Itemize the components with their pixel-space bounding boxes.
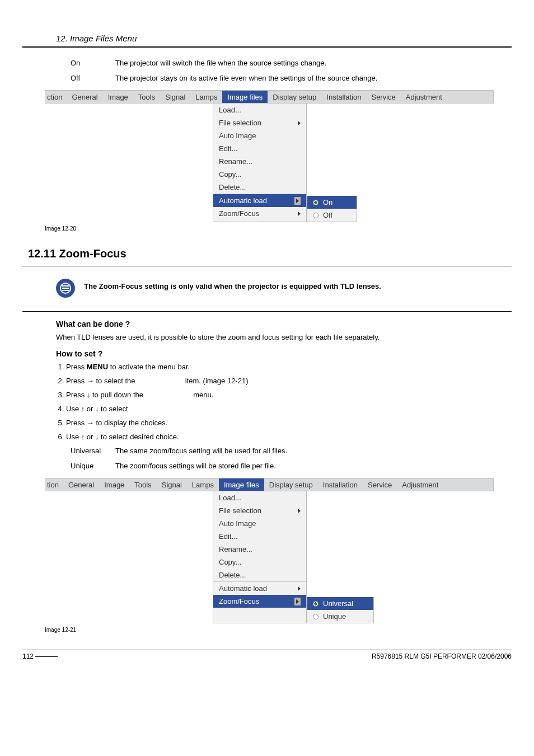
- menubar-item: General: [67, 93, 102, 101]
- menubar-item: Installation: [321, 93, 366, 101]
- dropdown-item: Delete...: [213, 569, 306, 581]
- menubar-item: Lamps: [190, 93, 222, 101]
- screenshot-12-21: tion General Image Tools Signal Lamps Im…: [45, 478, 494, 633]
- subhead-what: What can be done ?: [56, 320, 512, 328]
- chevron-right-icon: [298, 509, 301, 513]
- dropdown-item: File selection: [213, 116, 306, 129]
- menubar-1: ction General Image Tools Signal Lamps I…: [45, 90, 494, 104]
- submenu-2: Universal Unique: [307, 597, 374, 623]
- dropdown-item: Automatic load: [213, 581, 306, 595]
- dropdown-item: Load...: [213, 491, 306, 504]
- dropdown-item: Copy...: [213, 168, 306, 181]
- menubar-item: Adjustment: [401, 93, 447, 101]
- menubar-item: Installation: [318, 481, 363, 489]
- dropdown-item: Zoom/Focus: [213, 207, 306, 220]
- menubar-item: Image: [103, 93, 133, 101]
- menubar-item: Image: [99, 481, 129, 489]
- menubar-item-active: Image files: [219, 478, 264, 491]
- page-section-header: 12. Image Files Menu: [56, 34, 137, 43]
- def-on-key: On: [71, 59, 115, 67]
- menubar-trunc: tion: [46, 481, 63, 489]
- image-caption: Image 12-20: [45, 226, 494, 232]
- note-box: The Zoom-Focus setting is only valid whe…: [56, 273, 512, 309]
- header-rule: [22, 46, 512, 48]
- menubar-2: tion General Image Tools Signal Lamps Im…: [45, 478, 494, 491]
- def-unique-val: The zoom/focus settings will be stored f…: [115, 462, 512, 470]
- page-number: 112: [22, 652, 61, 660]
- menubar-item: Tools: [129, 481, 156, 489]
- what-body: When TLD lenses are used, it is possible…: [56, 333, 512, 341]
- submenu-1: On Off: [307, 196, 357, 222]
- image-caption: Image 12-21: [45, 627, 494, 633]
- dropdown-item: File selection: [213, 504, 306, 517]
- step-item: Use ↑ or ↓ to select: [66, 405, 512, 413]
- radio-on-icon: [313, 601, 318, 607]
- page-footer: 112 R5976815 RLM G5I PERFORMER 02/06/200…: [22, 650, 512, 660]
- def-off-val: The projector stays on its active file e…: [115, 74, 512, 82]
- dropdown-item-highlight: Zoom/Focus: [213, 595, 306, 608]
- menubar-item-active: Image files: [222, 91, 268, 103]
- dropdown-2: Load... File selection Auto Image Edit..…: [213, 491, 307, 623]
- def-unique-key: Unique: [71, 462, 115, 470]
- dropdown-item: Edit...: [213, 142, 306, 155]
- submenu-item-highlight: On: [307, 196, 357, 209]
- def-universal-val: The same zoom/focus setting will be used…: [115, 447, 512, 455]
- step-item: Press → to display the choices.: [66, 419, 512, 427]
- menubar-item: General: [63, 481, 99, 489]
- radio-off-icon: [313, 213, 318, 218]
- section-rule: [22, 266, 512, 266]
- step-item: Press MENU to activate the menu bar.: [66, 363, 512, 371]
- radio-on-icon: [313, 200, 318, 205]
- subhead-how: How to set ?: [56, 349, 512, 358]
- step-item: Use ↑ or ↓ to select desired choice.: [66, 433, 512, 441]
- step-item: Press ↓ to pull down the menu.: [66, 391, 512, 399]
- dropdown-item-highlight: Automatic load: [213, 194, 306, 207]
- section-title: 12.11 Zoom-Focus: [28, 247, 512, 260]
- submenu-item-highlight: Universal: [307, 597, 373, 610]
- def-on-val: The projector will switch the file when …: [115, 59, 512, 67]
- note-rule: [22, 311, 512, 312]
- menubar-item: Signal: [160, 93, 190, 101]
- note-icon: [56, 279, 75, 298]
- menubar-item: Lamps: [187, 481, 219, 489]
- menubar-item: Adjustment: [397, 481, 443, 489]
- doc-id: R5976815 RLM G5I PERFORMER 02/06/2006: [372, 652, 512, 660]
- dropdown-item: Rename...: [213, 543, 306, 556]
- chevron-right-icon: [296, 599, 299, 604]
- menubar-item: Service: [366, 93, 400, 101]
- chevron-right-icon: [298, 121, 301, 125]
- dropdown-item: Auto Image: [213, 129, 306, 142]
- menubar-item: Display setup: [268, 93, 321, 101]
- radio-off-icon: [313, 614, 318, 619]
- dropdown-1: Load... File selection Auto Image Edit..…: [213, 104, 307, 222]
- dropdown-item: Edit...: [213, 530, 306, 543]
- submenu-item: Unique: [307, 610, 373, 623]
- dropdown-item: Load...: [213, 104, 306, 116]
- submenu-item: Off: [307, 209, 357, 222]
- menubar-item: Signal: [157, 481, 187, 489]
- steps-list: Press MENU to activate the menu bar. Pre…: [66, 363, 512, 441]
- dropdown-item: Rename...: [213, 155, 306, 168]
- chevron-right-icon: [298, 586, 301, 591]
- menubar-item: Tools: [133, 93, 160, 101]
- onoff-definitions: On The projector will switch the file wh…: [71, 59, 512, 82]
- menubar-item: Display setup: [264, 481, 318, 489]
- step-item: Press → to select the item. (image 12-21…: [66, 377, 512, 385]
- menubar-trunc: ction: [46, 93, 67, 101]
- screenshot-12-20: ction General Image Tools Signal Lamps I…: [45, 90, 494, 232]
- chevron-right-icon: [296, 199, 299, 203]
- dropdown-item: Copy...: [213, 556, 306, 569]
- note-text: The Zoom-Focus setting is only valid whe…: [84, 279, 512, 290]
- def-universal-key: Universal: [71, 447, 115, 455]
- def-off-key: Off: [71, 74, 115, 82]
- dropdown-item: Auto Image: [213, 517, 306, 530]
- chevron-right-icon: [298, 212, 301, 216]
- menubar-item: Service: [363, 481, 397, 489]
- dropdown-item: Delete...: [213, 181, 306, 194]
